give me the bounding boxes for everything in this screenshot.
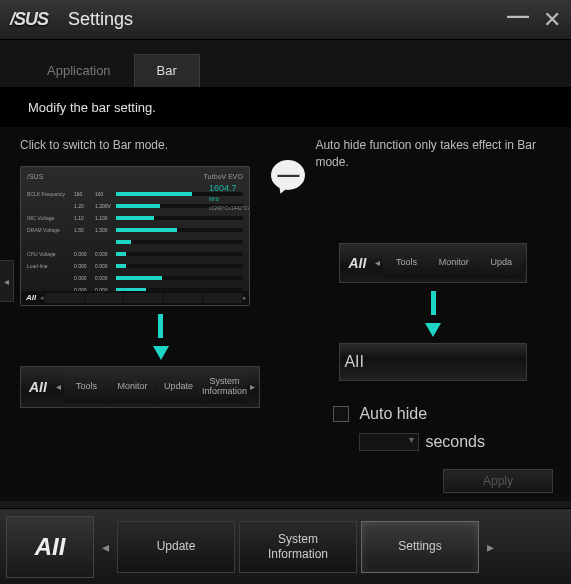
strip-monitor: Monitor (431, 247, 477, 279)
autohide-bar-preview-expanded: AII ◂ Tools Monitor Upda (339, 243, 527, 283)
strip-update: Update (156, 371, 201, 403)
side-expand-tab[interactable]: ◂ (0, 260, 14, 302)
minimize-button[interactable]: — (507, 3, 525, 29)
nav-update[interactable]: Update (117, 521, 235, 573)
content: Modify the bar setting. Click to switch … (0, 88, 571, 501)
bar-mode-preview[interactable]: AII ◂ Tools Monitor Update System Inform… (20, 366, 260, 408)
strip-monitor: Monitor (110, 371, 155, 403)
chevron-left-icon: ◂ (54, 381, 63, 392)
nav-settings[interactable]: Settings (361, 521, 479, 573)
dashboard-preview[interactable]: /SUS TurboV EVO BCLK Frequency1601601.20… (20, 166, 250, 306)
asus-logo: /SUS (10, 9, 48, 30)
bottom-nav: AII ◂ Update System Information Settings… (0, 508, 571, 584)
right-panel-caption: Auto hide function only takes effect in … (315, 137, 551, 171)
panel-autohide: Auto hide function only takes effect in … (315, 137, 551, 451)
auto-hide-seconds-select[interactable] (359, 433, 419, 451)
seconds-label: seconds (425, 433, 485, 451)
ai2-icon: AII (23, 293, 39, 302)
panel-bar-mode-switch: Click to switch to Bar mode. — /SUS Turb… (20, 137, 301, 451)
left-panel-caption: Click to switch to Bar mode. (20, 137, 301, 154)
titlebar: /SUS Settings — ✕ (0, 0, 571, 40)
tab-bar[interactable]: Bar (134, 54, 200, 87)
ai2-home-tile[interactable]: AII (6, 516, 94, 578)
auto-hide-checkbox[interactable] (333, 406, 349, 422)
chevron-left-icon: ◂ (373, 257, 382, 268)
close-button[interactable]: ✕ (543, 7, 561, 33)
auto-hide-label: Auto hide (359, 405, 427, 423)
tab-application[interactable]: Application (24, 54, 134, 87)
arrow-down-icon (339, 291, 527, 337)
ai2-icon: AII (344, 353, 364, 371)
ai2-icon: AII (342, 255, 372, 271)
chevron-right-icon: ▸ (248, 381, 257, 392)
nav-system-information[interactable]: System Information (239, 521, 357, 573)
strip-tools: Tools (383, 247, 429, 279)
window-title: Settings (68, 9, 507, 30)
apply-button[interactable]: Apply (443, 469, 553, 493)
nav-chevron-left-icon[interactable]: ◂ (98, 539, 113, 555)
tabbar: Application Bar (0, 40, 571, 88)
strip-update: Upda (478, 247, 524, 279)
autohide-bar-preview-collapsed: AII (339, 343, 527, 381)
nav-chevron-right-icon[interactable]: ▸ (483, 539, 498, 555)
speech-bubble-icon: — (271, 160, 305, 190)
strip-tools: Tools (64, 371, 109, 403)
ai2-icon: AII (23, 379, 53, 395)
strip-sysinfo: System Information (202, 371, 247, 403)
section-header: Modify the bar setting. (0, 88, 571, 127)
arrow-down-icon (20, 314, 301, 360)
